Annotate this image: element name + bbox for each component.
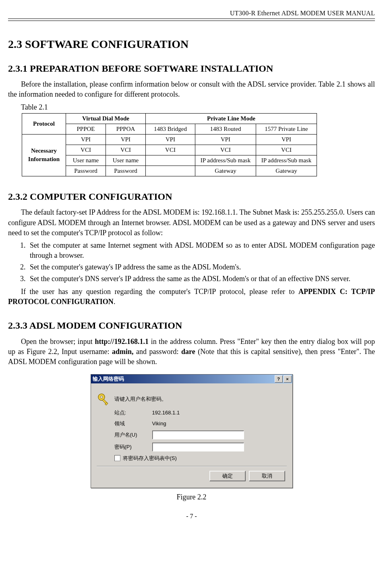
cell-col-1483bridged: 1483 Bridged	[146, 124, 195, 134]
header-rule-top	[8, 19, 375, 19]
section-2.3.2-title: 2.3.2 COMPUTER CONFIGURATION	[8, 190, 375, 204]
save-password-label: 将密码存入密码表中(S)	[123, 455, 177, 462]
cell-r4c5: Gateway	[256, 166, 317, 176]
cell-private-line-mode: Private Line Mode	[146, 113, 317, 124]
site-value: 192.168.1.1	[152, 409, 287, 416]
table-2.1: Protocol Virtual Dial Mode Private Line …	[22, 113, 317, 176]
s231-paragraph-1: Before the installation, please confirm …	[8, 79, 375, 99]
cell-r3c3	[146, 155, 195, 166]
cell-r1c5: VPI	[256, 134, 317, 145]
s233-p1e: and password:	[134, 348, 182, 356]
s232-list: Set the computer at same Internet segmen…	[8, 240, 375, 284]
section-2.3.3-title: 2.3.3 ADSL MODEM CONFIGURATION	[8, 319, 375, 333]
auth-dialog: 输入网络密码 ? × 请键入用户名和密码。 站点: 192.168.1.1	[91, 374, 293, 488]
cell-r1c4: VPI	[195, 134, 256, 145]
cell-col-1577private: 1577 Private Line	[256, 124, 317, 134]
cell-r4c3	[146, 166, 195, 176]
realm-value: Viking	[152, 420, 287, 427]
header-rule-bottom	[8, 21, 375, 21]
cell-r2c2: VCI	[106, 145, 146, 155]
table-2.1-label: Table 2.1	[21, 102, 375, 112]
cell-r3c4: IP address/Sub mask	[195, 155, 256, 166]
username-label: 用户名(U)	[114, 431, 152, 439]
cell-virtual-dial-mode: Virtual Dial Mode	[66, 113, 146, 124]
s232-p2-text-c: .	[114, 298, 116, 306]
s232-paragraph-1: The default factory-set IP Address for t…	[8, 207, 375, 238]
cell-r2c4: VCI	[195, 145, 256, 155]
figure-2.2: 输入网络密码 ? × 请键入用户名和密码。 站点: 192.168.1.1	[8, 374, 375, 502]
save-password-checkbox[interactable]	[114, 455, 120, 461]
svg-point-1	[100, 396, 103, 399]
cell-r4c1: Password	[66, 166, 106, 176]
key-icon	[97, 392, 110, 406]
dialog-titlebar[interactable]: 输入网络密码 ? ×	[91, 375, 292, 383]
password-value: dare	[181, 348, 195, 356]
s233-p1a: Open the browser; input	[21, 337, 95, 346]
section-2.3-title: 2.3 SOFTWARE CONFIGURATION	[8, 36, 375, 52]
password-label: 密码(P)	[114, 443, 152, 451]
s232-list-item-3: Set the computer's DNS server's IP addre…	[27, 274, 375, 284]
cell-r1c3: VPI	[146, 134, 195, 145]
cell-r3c2: User name	[106, 155, 146, 166]
figure-2.2-caption: Figure 2.2	[8, 492, 375, 502]
s233-paragraph-1: Open the browser; input http://192.168.1…	[8, 337, 375, 367]
cell-r2c3: VCI	[146, 145, 195, 155]
running-header: UT300-R Ethernet ADSL MODEM USER MANUAL	[8, 9, 375, 18]
cell-col-pppoa: PPPOA	[106, 124, 146, 134]
cancel-button[interactable]: 取消	[249, 471, 285, 481]
cell-col-1483routed: 1483 Routed	[195, 124, 256, 134]
cell-r3c1: User name	[66, 155, 106, 166]
s232-p2-text-a: If the user has any question regarding t…	[21, 288, 298, 296]
ok-button[interactable]: 确定	[209, 471, 246, 481]
cell-r2c5: VCI	[256, 145, 317, 155]
page-number: - 7 -	[8, 512, 375, 521]
close-button[interactable]: ×	[284, 375, 292, 383]
cell-r4c2: Password	[106, 166, 146, 176]
cell-protocol-head: Protocol	[22, 113, 66, 134]
s232-list-item-1: Set the computer at same Internet segmen…	[27, 240, 375, 261]
dialog-prompt: 请键入用户名和密码。	[114, 395, 167, 403]
modem-url: http://192.168.1.1	[95, 337, 149, 346]
password-input[interactable]	[152, 443, 244, 451]
cell-r1c2: VPI	[106, 134, 146, 145]
username-input[interactable]	[152, 431, 244, 439]
s232-list-item-2: Set the computer's gateway's IP address …	[27, 262, 375, 272]
site-label: 站点:	[114, 409, 152, 416]
cell-col-pppoe: PPPOE	[66, 124, 106, 134]
cell-r2c1: VCI	[66, 145, 106, 155]
username-value: admin,	[112, 348, 134, 356]
help-button[interactable]: ?	[275, 375, 283, 383]
realm-label: 领域	[114, 420, 152, 427]
cell-r1c1: VPI	[66, 134, 106, 145]
dialog-title: 输入网络密码	[93, 375, 274, 383]
cell-necessary-info-head: Necessary Information	[22, 134, 66, 176]
dialog-separator	[97, 466, 287, 467]
section-2.3.1-title: 2.3.1 PREPARATION BEFORE SOFTWARE INSTAL…	[8, 62, 375, 76]
cell-r4c4: Gateway	[195, 166, 256, 176]
cell-r3c5: IP address/Sub mask	[256, 155, 317, 166]
s232-paragraph-2: If the user has any question regarding t…	[8, 287, 375, 307]
